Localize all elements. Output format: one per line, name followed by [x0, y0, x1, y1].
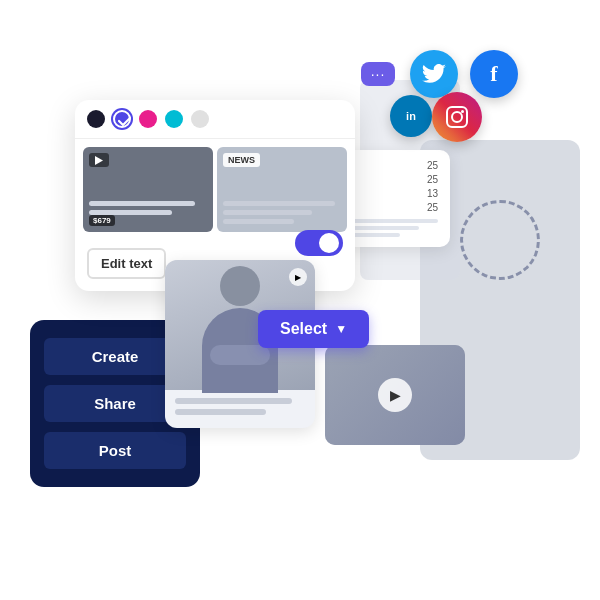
toggle-container	[295, 230, 343, 256]
linkedin-icon[interactable]: in	[390, 95, 432, 137]
svg-marker-3	[95, 156, 103, 165]
facebook-icon[interactable]: f	[470, 50, 518, 98]
svg-point-2	[461, 110, 464, 113]
stats-line-1	[342, 219, 438, 223]
select-button[interactable]: Select ▼	[258, 310, 369, 348]
stats-lines	[342, 219, 438, 237]
stats-row-2: 87 25	[342, 174, 438, 185]
image-left: $679	[83, 147, 213, 232]
toggle-knob	[319, 233, 339, 253]
twitter-icon[interactable]	[410, 50, 458, 98]
instagram-icon[interactable]	[432, 92, 482, 142]
scene: ··· f in Create Share Post	[0, 0, 600, 600]
color-dot-pink[interactable]	[139, 110, 157, 128]
video-tag	[89, 153, 109, 167]
stat-right-2: 25	[427, 174, 438, 185]
person-arms	[210, 345, 270, 365]
dashed-circle-decoration	[460, 200, 540, 280]
play-triangle-icon: ▶	[390, 387, 401, 403]
edit-text-button[interactable]: Edit text	[87, 248, 166, 279]
svg-point-1	[452, 112, 462, 122]
stats-row-1: 75 25	[342, 160, 438, 171]
post-button[interactable]: Post	[44, 432, 186, 469]
person-line-2	[175, 409, 266, 415]
toggle-switch[interactable]	[295, 230, 343, 256]
select-chevron-icon: ▼	[335, 322, 347, 336]
social-icons-group: f in	[390, 50, 570, 140]
left-image-lines	[83, 197, 213, 232]
color-dot-light[interactable]	[191, 110, 209, 128]
svg-rect-0	[447, 107, 467, 127]
select-label: Select	[280, 320, 327, 338]
images-row: $679 NEWS	[75, 139, 355, 240]
color-dot-cyan[interactable]	[165, 110, 183, 128]
color-dot-black[interactable]	[87, 110, 105, 128]
more-dots-icon: ···	[371, 66, 386, 82]
person-line-1	[175, 398, 292, 404]
person-card-lines	[165, 390, 315, 428]
video-card: ▶	[325, 345, 465, 445]
video-play-button[interactable]: ▶	[378, 378, 412, 412]
stat-right-1: 25	[427, 160, 438, 171]
stats-row-4: 25 25	[342, 202, 438, 213]
right-image-lines	[217, 197, 347, 232]
person-play-icon: ▶	[289, 268, 307, 286]
person-head	[220, 266, 260, 306]
color-dot-blue[interactable]	[113, 110, 131, 128]
stats-row-3: 13 13	[342, 188, 438, 199]
stat-right-3: 13	[427, 188, 438, 199]
news-badge: NEWS	[223, 153, 260, 167]
image-right: NEWS	[217, 147, 347, 232]
stat-right-4: 25	[427, 202, 438, 213]
color-palette-header	[75, 100, 355, 139]
